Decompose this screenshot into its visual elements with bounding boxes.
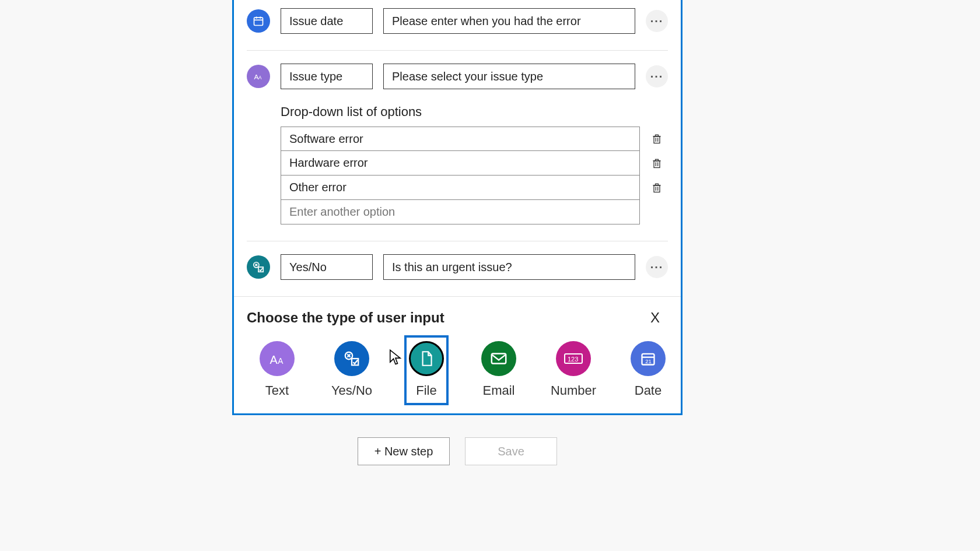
yesno-icon [334, 341, 369, 376]
svg-rect-11 [654, 161, 660, 168]
yesno-icon [247, 255, 270, 279]
svg-text:A: A [278, 357, 284, 366]
input-type-number[interactable]: 123 Number [549, 335, 598, 405]
save-button[interactable]: Save [465, 437, 557, 465]
email-icon [481, 341, 516, 376]
tile-label: Date [635, 383, 662, 398]
input-type-date[interactable]: 21 Date [626, 335, 670, 405]
date-icon: 21 [631, 341, 666, 376]
input-name-field[interactable] [281, 8, 373, 34]
svg-text:21: 21 [645, 359, 651, 364]
svg-rect-10 [656, 135, 659, 136]
svg-rect-31 [492, 353, 506, 363]
input-description-field[interactable] [383, 254, 635, 280]
input-type-email[interactable]: Email [477, 335, 521, 405]
ellipsis-icon [650, 261, 664, 274]
trash-icon [651, 157, 663, 170]
tile-label: Number [551, 383, 596, 398]
calendar-icon [247, 9, 270, 33]
input-description-field[interactable] [383, 8, 635, 34]
number-icon: 123 [556, 341, 591, 376]
ellipsis-icon [650, 15, 664, 28]
file-icon [409, 341, 444, 376]
tile-label: Email [482, 383, 514, 398]
choose-panel-title: Choose the type of user input [247, 310, 668, 326]
tile-label: Yes/No [331, 383, 372, 398]
svg-rect-0 [254, 17, 263, 25]
dropdown-add-option-input[interactable] [281, 200, 640, 224]
dropdown-option-input[interactable] [281, 176, 640, 200]
choose-input-type-panel: Choose the type of user input X AA Text … [234, 296, 681, 413]
delete-option-button[interactable] [646, 151, 668, 176]
trash-icon [651, 181, 663, 194]
input-name-field[interactable] [281, 64, 373, 89]
ellipsis-icon [650, 70, 664, 83]
footer-actions: + New step Save [232, 437, 682, 465]
more-options-button[interactable] [646, 65, 668, 87]
text-icon: AA [247, 65, 270, 88]
more-options-button[interactable] [646, 256, 668, 278]
tile-label: File [416, 383, 436, 398]
dropdown-label: Drop-down list of options [281, 104, 668, 120]
trash-icon [651, 132, 663, 145]
input-type-yesno[interactable]: Yes/No [327, 335, 376, 405]
input-section-issue-type: AA Drop-down list of options [247, 50, 668, 241]
delete-option-button[interactable] [646, 176, 668, 200]
text-icon: AA [260, 341, 295, 376]
input-name-field[interactable] [281, 254, 373, 280]
svg-rect-15 [656, 159, 659, 161]
flow-trigger-card: AA Drop-down list of options [232, 0, 682, 415]
close-panel-button[interactable]: X [650, 310, 660, 326]
delete-option-button[interactable] [646, 127, 668, 151]
input-type-text[interactable]: AA Text [255, 335, 299, 405]
svg-text:123: 123 [568, 356, 578, 363]
input-description-field[interactable] [383, 64, 635, 89]
dropdown-options-block: Drop-down list of options [281, 104, 668, 224]
input-section-yesno [247, 241, 668, 296]
input-section-issue-date [247, 0, 668, 50]
more-options-button[interactable] [646, 10, 668, 32]
new-step-button[interactable]: + New step [358, 437, 450, 465]
input-type-grid: AA Text Yes/No File Email [247, 335, 668, 405]
svg-rect-6 [654, 136, 660, 143]
tile-label: Text [265, 383, 289, 398]
svg-text:A: A [270, 353, 278, 366]
svg-text:A: A [258, 75, 262, 80]
svg-rect-16 [654, 185, 660, 192]
input-type-file[interactable]: File [404, 335, 449, 405]
dropdown-option-input[interactable] [281, 151, 640, 176]
dropdown-option-input[interactable] [281, 127, 640, 151]
svg-rect-20 [656, 184, 659, 185]
